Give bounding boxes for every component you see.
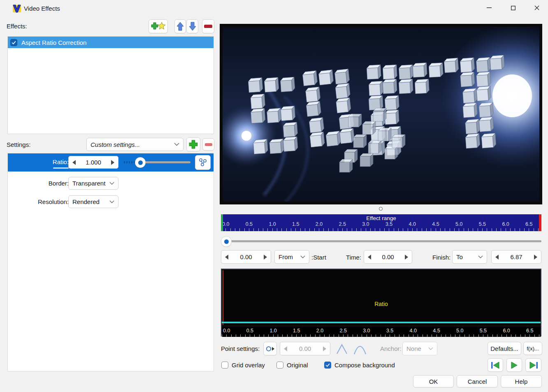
skip-to-start-button[interactable] bbox=[488, 358, 503, 372]
keyframe-marker[interactable] bbox=[379, 207, 383, 211]
ok-button-label: OK bbox=[429, 378, 438, 385]
time-slider-rail[interactable] bbox=[221, 240, 541, 242]
anchor-dropdown: None bbox=[402, 342, 437, 355]
tick-label: 0.0 bbox=[222, 221, 229, 227]
effect-range-bar[interactable]: Effect range 0.00.51.01.52.02.53.03.54.0… bbox=[221, 214, 541, 231]
ratio-slider-thumb[interactable] bbox=[135, 158, 145, 167]
remove-effect-button[interactable] bbox=[202, 19, 214, 33]
skip-to-end-icon bbox=[529, 362, 538, 369]
move-down-button[interactable] bbox=[186, 19, 198, 33]
resolution-value: Rendered bbox=[72, 198, 100, 205]
point-mode-button[interactable] bbox=[263, 342, 277, 355]
compose-background-option[interactable]: Compose background bbox=[324, 362, 395, 369]
parameter-graph[interactable]: Ratio 0.00.51.01.52.02.53.03.54.04.55.05… bbox=[221, 269, 541, 336]
parameter-curve-icon bbox=[198, 158, 207, 167]
ratio-spinner[interactable]: 1.000 bbox=[68, 156, 118, 169]
graph-tick-marks bbox=[222, 334, 541, 337]
tick-label: 1.0 bbox=[269, 221, 276, 227]
range-start-marker[interactable] bbox=[221, 214, 223, 231]
add-preset-button[interactable] bbox=[186, 137, 200, 151]
decrement-icon[interactable] bbox=[495, 255, 499, 260]
time-spinner[interactable]: 0.00 bbox=[364, 250, 412, 264]
ratio-slider-track[interactable] bbox=[124, 161, 190, 163]
tick-label: 6.0 bbox=[502, 221, 509, 227]
fx-button-label: f(x)... bbox=[527, 346, 539, 352]
minimize-icon bbox=[487, 7, 492, 8]
play-button[interactable] bbox=[506, 358, 522, 372]
defaults-button[interactable]: Defaults... bbox=[488, 342, 521, 355]
move-up-button[interactable] bbox=[174, 19, 186, 33]
window-title: Video Effects bbox=[24, 5, 60, 12]
settings-preset-dropdown[interactable]: Custom settings... bbox=[86, 138, 183, 151]
grid-overlay-label: Grid overlay bbox=[232, 362, 265, 369]
time-label: Time: bbox=[346, 254, 361, 261]
maximize-button[interactable] bbox=[504, 2, 522, 14]
maximize-icon bbox=[511, 6, 515, 10]
tick-label: 1.5 bbox=[292, 221, 299, 227]
increment-icon[interactable] bbox=[264, 255, 267, 260]
grid-overlay-option[interactable]: Grid overlay bbox=[221, 362, 265, 369]
chevron-down-icon bbox=[109, 200, 114, 203]
increment-icon[interactable] bbox=[111, 160, 114, 165]
decrement-icon[interactable] bbox=[225, 255, 228, 260]
settings-preset-value: Custom settings... bbox=[91, 141, 140, 148]
defaults-button-label: Defaults... bbox=[490, 345, 518, 352]
ratio-value: 1.000 bbox=[76, 159, 111, 166]
round-peak-icon bbox=[353, 343, 367, 355]
title-bar: Video Effects bbox=[0, 0, 548, 17]
time-slider-thumb[interactable] bbox=[221, 237, 231, 246]
point-value-spinner: 0.00 bbox=[280, 342, 330, 355]
resolution-dropdown[interactable]: Rendered bbox=[68, 195, 118, 208]
original-checkbox[interactable] bbox=[276, 362, 283, 369]
sharp-peak-icon bbox=[335, 343, 348, 355]
graph-ruler: 0.00.51.01.52.02.53.03.54.04.55.05.56.06… bbox=[222, 326, 541, 337]
effect-list-item[interactable]: Aspect Ratio Correction bbox=[8, 37, 214, 48]
help-button[interactable]: Help bbox=[501, 375, 542, 387]
decrement-icon[interactable] bbox=[368, 255, 371, 260]
ratio-label-underline bbox=[53, 167, 69, 169]
skip-to-start-icon bbox=[491, 362, 500, 369]
arrow-up-icon bbox=[176, 22, 184, 31]
fx-button[interactable]: f(x)... bbox=[523, 342, 542, 355]
close-button[interactable] bbox=[527, 2, 546, 14]
linear-curve-button[interactable] bbox=[335, 343, 348, 355]
tick-label: 5.5 bbox=[480, 328, 487, 334]
cancel-button[interactable]: Cancel bbox=[457, 375, 498, 387]
effects-list[interactable]: Aspect Ratio Correction bbox=[7, 36, 214, 134]
help-button-label: Help bbox=[515, 378, 528, 385]
range-end-marker[interactable] bbox=[539, 214, 541, 231]
decrement-icon[interactable] bbox=[72, 160, 76, 165]
tick-label: 1.5 bbox=[293, 328, 300, 334]
start-mode-dropdown[interactable]: From bbox=[274, 250, 309, 264]
finish-time-spinner[interactable]: 6.87 bbox=[491, 250, 541, 264]
time-slider[interactable] bbox=[221, 236, 541, 246]
grid-overlay-checkbox[interactable] bbox=[221, 362, 228, 369]
smooth-curve-button[interactable] bbox=[353, 343, 367, 355]
original-option[interactable]: Original bbox=[276, 362, 308, 369]
start-label: :Start bbox=[311, 254, 326, 261]
minimize-button[interactable] bbox=[480, 2, 499, 14]
edit-curve-button[interactable] bbox=[195, 155, 211, 170]
increment-icon[interactable] bbox=[405, 255, 408, 260]
add-effect-button[interactable] bbox=[149, 19, 168, 33]
remove-preset-button[interactable] bbox=[202, 138, 214, 151]
increment-icon[interactable] bbox=[534, 255, 537, 260]
tick-label: 4.0 bbox=[409, 221, 416, 227]
tick-label: 4.5 bbox=[432, 221, 439, 227]
finish-mode-dropdown[interactable]: To bbox=[452, 250, 487, 264]
ratio-curve-line bbox=[222, 322, 541, 323]
arrow-down-icon bbox=[189, 22, 196, 31]
ok-button[interactable]: OK bbox=[413, 375, 454, 387]
anchor-value: None bbox=[406, 345, 421, 352]
resolution-label: Resolution: bbox=[8, 198, 72, 205]
effect-enabled-checkbox[interactable] bbox=[10, 39, 17, 46]
effect-item-label: Aspect Ratio Correction bbox=[21, 39, 86, 46]
skip-to-end-button[interactable] bbox=[525, 358, 541, 372]
compose-background-checkbox[interactable] bbox=[324, 362, 331, 369]
border-dropdown[interactable]: Transparent bbox=[68, 177, 118, 190]
tick-label: 2.5 bbox=[340, 328, 347, 334]
start-time-spinner[interactable]: 0.00 bbox=[221, 250, 271, 264]
ratio-setting-row[interactable]: Ratio: 1.000 bbox=[8, 153, 214, 172]
tick-label: 0.0 bbox=[223, 328, 230, 334]
border-value: Transparent bbox=[72, 180, 105, 187]
